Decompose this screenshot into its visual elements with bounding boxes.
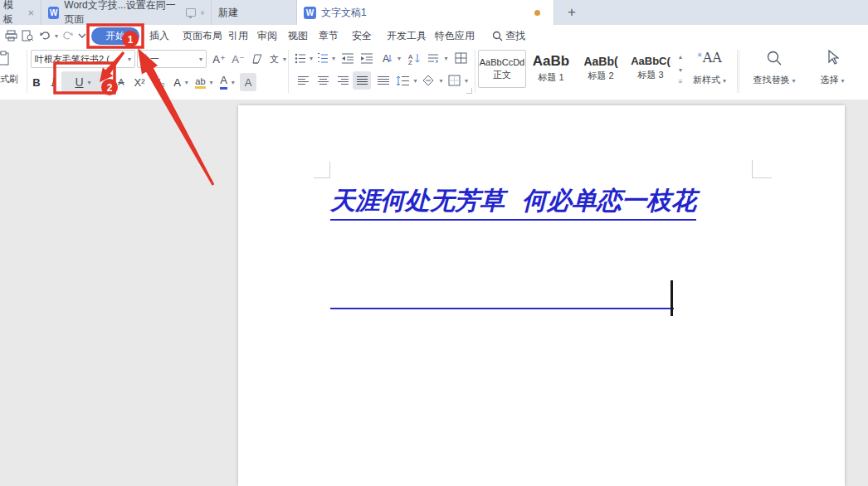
sort-icon[interactable]: AZ <box>406 50 424 66</box>
style-normal[interactable]: AaBbCcDd 正文 <box>478 50 526 88</box>
margin-mark-left <box>329 162 330 178</box>
select-label: 选择 <box>820 75 838 85</box>
text-effects-button[interactable]: A▾ <box>171 73 191 91</box>
asian-layout-icon[interactable]: ▾ <box>427 50 448 66</box>
menu-find[interactable]: 查找 <box>492 25 525 46</box>
search-icon <box>492 31 503 41</box>
tab-current-document[interactable]: W 文字文稿1 <box>297 0 554 25</box>
style-gallery-down-icon[interactable]: ▾ <box>675 65 685 75</box>
print-preview-icon[interactable] <box>20 29 35 42</box>
bullet-list-icon[interactable]: ▾ <box>295 51 313 66</box>
close-icon[interactable]: × <box>27 7 34 19</box>
new-tab-button[interactable]: + <box>561 3 583 22</box>
menu-find-label: 查找 <box>505 29 525 43</box>
increase-indent-icon[interactable] <box>358 51 375 66</box>
text-direction-button[interactable]: A▾ <box>379 50 402 66</box>
svg-text:A: A <box>383 53 389 65</box>
tab-word-doc[interactable]: W Word文字技...设置在同一页面 <box>41 0 212 25</box>
select-button[interactable]: 选择▾ <box>810 48 855 88</box>
find-replace-label: 查找替换 <box>753 75 789 85</box>
tab-bar: 模板 × W Word文字技...设置在同一页面 新建 W 文字文稿1 + <box>0 0 868 26</box>
tab-templates-label: 模板 <box>3 0 19 27</box>
document-headline-text[interactable]: 天涯何处无芳草 何必单恋一枝花 <box>330 184 696 221</box>
tab-stops-icon[interactable] <box>452 50 469 66</box>
menu-view[interactable]: 视图 <box>288 25 308 46</box>
subscript-button[interactable]: X₂ <box>150 73 168 91</box>
new-style-button[interactable]: ✳AA 新样式▾ <box>685 48 734 88</box>
menu-page-layout[interactable]: 页面布局 <box>183 25 222 46</box>
search-icon <box>766 50 783 66</box>
font-size-combobox[interactable]: 小一 ▾ <box>137 50 207 68</box>
decrease-indent-icon[interactable] <box>339 51 356 66</box>
svg-text:Z: Z <box>408 59 412 65</box>
style-heading1[interactable]: AaBb 标题 1 <box>528 50 574 86</box>
document-page[interactable]: 天涯何处无芳草 何必单恋一枝花 <box>238 105 845 486</box>
print-icon[interactable] <box>3 29 18 42</box>
clear-format-icon[interactable] <box>249 51 266 67</box>
menu-review[interactable]: 审阅 <box>257 25 277 46</box>
style-heading3-sample: AaBbC( <box>631 55 671 67</box>
tab-current-document-label: 文字文稿1 <box>321 6 367 20</box>
menu-home[interactable]: 开始 <box>91 27 139 45</box>
format-painter-button[interactable]: 式刷 <box>0 73 18 85</box>
style-heading3-name: 标题 3 <box>637 69 663 81</box>
redo-icon[interactable] <box>60 29 75 42</box>
line-spacing-icon[interactable]: ▾ <box>396 73 417 88</box>
font-color-button[interactable]: A▾ <box>217 73 238 91</box>
char-shading-button[interactable]: A <box>240 73 256 91</box>
font-name-value: 叶根友毛笔行书2.( <box>35 53 110 66</box>
underline-label: U <box>75 75 83 89</box>
chevron-down-icon: ▾ <box>197 56 202 63</box>
tab-new[interactable]: 新建 <box>212 0 297 25</box>
highlight-glyph: ab <box>195 76 205 89</box>
shading-icon[interactable]: ▾ <box>422 73 443 88</box>
style-heading3[interactable]: AaBbC( 标题 3 <box>627 50 674 86</box>
style-gallery-up-icon[interactable]: ▴ <box>675 51 685 61</box>
decrease-font-button[interactable]: A⁻ <box>229 51 247 67</box>
style-heading2-name: 标题 2 <box>588 70 613 82</box>
highlight-color-button[interactable]: ab▾ <box>193 73 215 91</box>
tab-templates[interactable]: 模板 × <box>0 0 41 25</box>
bold-button[interactable]: B <box>30 73 43 91</box>
menu-security[interactable]: 安全 <box>352 25 372 46</box>
strikethrough-button[interactable]: A <box>115 75 128 90</box>
font-color-glyph: A <box>220 75 227 89</box>
increase-font-button[interactable]: A⁺ <box>210 51 228 67</box>
empty-underline <box>330 308 674 309</box>
menu-references[interactable]: 引用 <box>228 25 248 46</box>
borders-icon[interactable]: ▾ <box>447 73 469 88</box>
monitor-icon <box>186 8 196 17</box>
text-effects-glyph: A <box>173 76 181 89</box>
wps-file-icon: W <box>304 7 316 19</box>
menu-section[interactable]: 章节 <box>319 25 339 46</box>
customize-toolbar-icon[interactable] <box>75 29 90 42</box>
align-center-icon[interactable] <box>315 73 331 88</box>
pinyin-guide-button[interactable]: 文▾ <box>267 51 289 67</box>
paste-icon[interactable] <box>0 50 12 66</box>
style-heading2[interactable]: AaBb( 标题 2 <box>578 50 624 86</box>
style-heading1-name: 标题 1 <box>538 71 563 84</box>
numbered-list-icon[interactable]: ▾ <box>317 51 335 66</box>
style-gallery-more-icon[interactable]: ≡ <box>675 76 685 86</box>
find-replace-button[interactable]: 查找替换▾ <box>745 48 803 88</box>
grey-dot-icon <box>201 11 204 15</box>
distribute-text-icon[interactable] <box>374 73 393 88</box>
italic-button[interactable]: I <box>46 73 58 91</box>
new-style-icon: ✳AA <box>697 50 722 66</box>
menu-dev-tools[interactable]: 开发工具 <box>387 25 427 46</box>
menu-row: ▾ 开始 插入 页面布局 引用 审阅 视图 章节 安全 开发工具 特色应用 查找 <box>0 25 868 46</box>
superscript-button[interactable]: X² <box>130 73 149 91</box>
menu-insert[interactable]: 插入 <box>149 25 169 46</box>
align-right-icon[interactable] <box>334 73 351 88</box>
chevron-down-icon: ▾ <box>85 79 91 86</box>
align-left-icon[interactable] <box>295 73 311 88</box>
underline-button[interactable]: U ▾ <box>61 71 105 93</box>
undo-dropdown-icon[interactable]: ▾ <box>51 29 58 42</box>
font-name-combobox[interactable]: 叶根友毛笔行书2.( ▾ <box>31 50 135 68</box>
new-style-label: 新样式 <box>693 75 720 85</box>
style-heading2-sample: AaBb( <box>583 55 617 68</box>
menu-special-apps[interactable]: 特色应用 <box>435 25 475 46</box>
justify-icon[interactable] <box>353 71 371 90</box>
find-select-group: 查找替换▾ 选择▾ <box>739 46 868 99</box>
style-heading1-sample: AaBb <box>533 53 569 70</box>
